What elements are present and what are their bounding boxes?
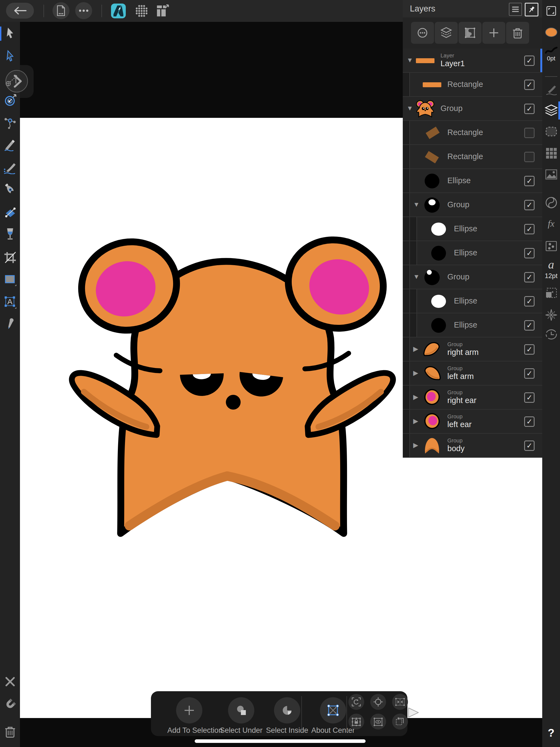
pencil-tool[interactable] <box>0 136 20 153</box>
rotate-selection-button[interactable] <box>348 694 364 710</box>
vector-pen-tool[interactable] <box>0 180 20 198</box>
layer-row-left-arm[interactable]: ▶Groupleft arm✓ <box>403 361 542 386</box>
pin-button[interactable] <box>525 3 538 17</box>
layer-row-group[interactable]: ▼Group✓ <box>403 97 542 121</box>
visibility-checkbox[interactable]: ✓ <box>524 200 535 210</box>
color-studio-button[interactable] <box>542 192 560 213</box>
dots-grid-button[interactable] <box>133 3 149 19</box>
selection-studio-button[interactable] <box>542 121 560 142</box>
visibility-checkbox[interactable] <box>524 128 535 138</box>
layer-row-ellipse[interactable]: Ellipse✓ <box>403 217 542 241</box>
mask-button[interactable] <box>459 22 482 44</box>
target-button[interactable] <box>370 694 386 710</box>
expand-triangle-icon[interactable]: ▶ <box>413 441 418 449</box>
history-studio-button[interactable] <box>542 324 560 345</box>
collapse-triangle-icon[interactable]: ▼ <box>413 273 420 281</box>
layer-row-left-ear[interactable]: ▶Groupleft ear✓ <box>403 410 542 434</box>
visibility-checkbox[interactable]: ✓ <box>524 80 535 90</box>
collapse-triangle-icon[interactable]: ▼ <box>407 56 413 64</box>
collapse-triangle-icon[interactable]: ▼ <box>407 104 413 112</box>
navigator-studio-button[interactable] <box>542 305 560 325</box>
layer-row-body[interactable]: ▶Groupbody✓ <box>403 434 542 458</box>
layer-row-ellipse[interactable]: Ellipse✓ <box>403 169 542 193</box>
play-handle[interactable] <box>407 707 419 718</box>
stock-studio-button[interactable] <box>542 164 560 185</box>
cancel-tool[interactable] <box>0 673 20 690</box>
layer-row-right-ear[interactable]: ▶Groupright ear✓ <box>403 386 542 410</box>
duplicate-button[interactable] <box>392 714 408 729</box>
layer-row-ellipse[interactable]: Ellipse✓ <box>403 313 542 337</box>
transform-studio-button[interactable] <box>542 283 560 304</box>
visibility-checkbox[interactable]: ✓ <box>524 320 535 331</box>
brush-studio-button[interactable] <box>542 79 560 100</box>
active-color-swatch[interactable] <box>542 22 560 43</box>
tool-drawer-handle[interactable] <box>4 68 29 94</box>
visibility-button[interactable] <box>370 714 386 729</box>
visibility-checkbox[interactable]: ✓ <box>524 224 535 234</box>
add-button[interactable] <box>482 22 505 44</box>
text-studio-button[interactable]: a12pt <box>542 258 560 279</box>
visibility-checkbox[interactable]: ✓ <box>524 416 535 427</box>
visibility-checkbox[interactable]: ✓ <box>524 344 535 355</box>
stroke-style-button[interactable]: 0pt <box>542 44 560 65</box>
add-to-selection-button[interactable]: Add To Selection <box>167 691 211 736</box>
adjustments-studio-button[interactable] <box>542 236 560 256</box>
visibility-checkbox[interactable]: ✓ <box>524 176 535 186</box>
visibility-checkbox[interactable]: ✓ <box>524 55 535 66</box>
visibility-checkbox[interactable]: ✓ <box>524 368 535 379</box>
swatches-studio-button[interactable] <box>542 143 560 163</box>
visibility-checkbox[interactable] <box>524 152 535 162</box>
layer-row-rectangle[interactable]: Rectangle <box>403 145 542 169</box>
layers-studio-button[interactable] <box>542 100 560 121</box>
point-transform-tool[interactable] <box>0 92 20 109</box>
visibility-checkbox[interactable]: ✓ <box>524 272 535 282</box>
flip-button[interactable] <box>392 694 408 710</box>
back-button[interactable] <box>6 3 34 19</box>
layer-row-layer1[interactable]: ▼LayerLayer1✓ <box>403 49 542 73</box>
layer-row-right-arm[interactable]: ▶Groupright arm✓ <box>403 337 542 361</box>
move-tool[interactable] <box>0 24 20 42</box>
home-indicator[interactable] <box>195 739 365 743</box>
list-options-button[interactable] <box>509 3 522 16</box>
gradient-tool[interactable] <box>0 204 20 221</box>
select-under-button[interactable]: Select Under <box>219 691 263 736</box>
help-button[interactable]: ? <box>542 722 560 743</box>
visibility-checkbox[interactable]: ✓ <box>524 392 535 403</box>
layer-row-group[interactable]: ▼Group✓ <box>403 193 542 217</box>
visibility-checkbox[interactable]: ✓ <box>524 440 535 451</box>
document-button[interactable] <box>52 2 70 19</box>
expand-triangle-icon[interactable]: ▶ <box>413 417 418 425</box>
visibility-checkbox[interactable]: ✓ <box>524 296 535 307</box>
layout-button[interactable] <box>155 3 170 19</box>
eyedropper-tool[interactable] <box>0 315 20 333</box>
brush-tool[interactable] <box>0 159 20 176</box>
text-tool[interactable]: A <box>0 293 20 311</box>
shape-tool[interactable] <box>0 271 20 288</box>
layer-row-rectangle[interactable]: Rectangle✓ <box>403 73 542 97</box>
options-button[interactable] <box>411 22 434 44</box>
layer-row-ellipse[interactable]: Ellipse✓ <box>403 241 542 265</box>
node-tool[interactable] <box>0 47 20 65</box>
visibility-checkbox[interactable]: ✓ <box>524 248 535 258</box>
collapse-triangle-icon[interactable]: ▼ <box>413 201 420 208</box>
stack-button[interactable] <box>435 22 458 44</box>
about-center-button[interactable]: About Center <box>311 691 355 736</box>
expand-triangle-icon[interactable]: ▶ <box>413 393 418 401</box>
effects-studio-button[interactable]: fx <box>542 213 560 234</box>
affinity-designer-button[interactable] <box>111 3 126 19</box>
fullscreen-button[interactable] <box>542 1 560 21</box>
crop-tool[interactable] <box>0 249 20 266</box>
more-button[interactable] <box>75 2 92 19</box>
transparency-tool[interactable] <box>0 225 20 242</box>
layer-row-rectangle[interactable]: Rectangle <box>403 121 542 145</box>
select-inside-button[interactable]: Select Inside <box>265 691 309 736</box>
lock-button[interactable] <box>348 714 364 729</box>
trash-button[interactable] <box>506 22 529 44</box>
pen-node-tool[interactable] <box>0 114 20 131</box>
layer-row-ellipse[interactable]: Ellipse✓ <box>403 289 542 313</box>
delete-tool[interactable] <box>0 723 20 741</box>
visibility-checkbox[interactable]: ✓ <box>524 104 535 114</box>
expand-triangle-icon[interactable]: ▶ <box>413 345 418 353</box>
snapping-tool[interactable] <box>0 696 20 713</box>
expand-triangle-icon[interactable]: ▶ <box>413 369 418 377</box>
